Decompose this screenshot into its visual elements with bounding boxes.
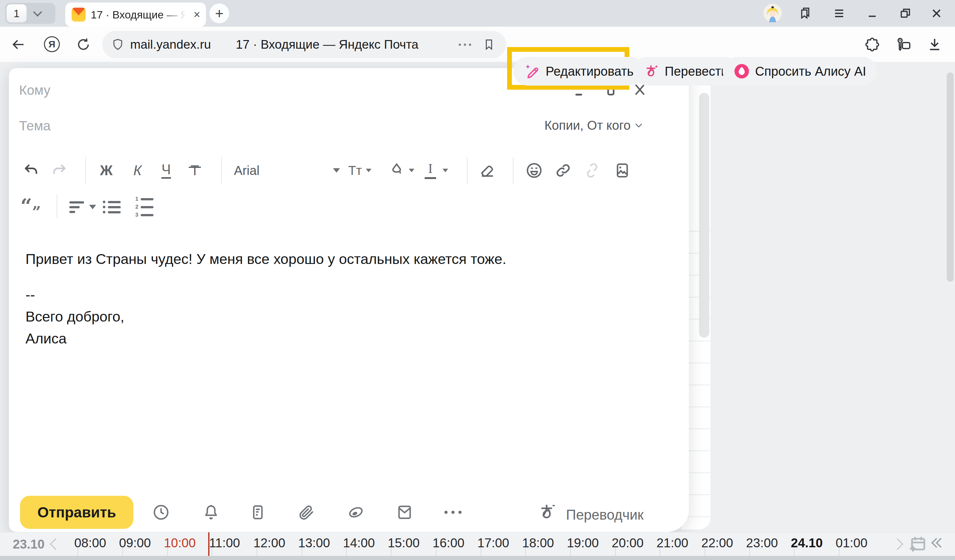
emoji-icon[interactable] <box>525 161 543 180</box>
extensions-puzzle-icon[interactable] <box>864 36 880 53</box>
to-field[interactable]: Кому <box>19 83 50 98</box>
timeline-slot-12:00[interactable]: 12:00 <box>247 532 292 556</box>
translator-icon[interactable] <box>537 502 558 522</box>
envelope-icon[interactable] <box>396 504 413 521</box>
timeline-tick <box>257 548 257 556</box>
timeline-slot-15:00[interactable]: 15:00 <box>381 532 426 556</box>
timeline-slot-01:00[interactable]: 01:00 <box>829 532 874 556</box>
url-text[interactable]: mail.yandex.ru <box>130 37 211 51</box>
timeline-slot-label: 01:00 <box>836 536 867 550</box>
bold-icon[interactable]: Ж <box>97 161 115 180</box>
timeline-slot-24.10[interactable]: 24.10 <box>784 532 829 556</box>
tab-close-icon[interactable]: × <box>194 9 200 20</box>
edit-button[interactable]: Редактировать <box>513 57 644 86</box>
link-icon[interactable] <box>554 161 572 180</box>
timeline-slot-14:00[interactable]: 14:00 <box>337 532 381 556</box>
timeline-slot-18:00[interactable]: 18:00 <box>516 532 560 556</box>
bullet-list-icon[interactable] <box>103 197 121 217</box>
minimize-window-icon[interactable] <box>864 6 880 21</box>
timeline-slot-10:00[interactable]: 10:00 <box>157 532 202 556</box>
font-family-caret-icon[interactable] <box>333 161 340 180</box>
cc-from-label: Копии, От кого <box>544 118 631 133</box>
undo-icon[interactable] <box>22 161 41 180</box>
redo-icon[interactable] <box>50 161 69 180</box>
timeline-slot-22:00[interactable]: 22:00 <box>695 532 740 556</box>
security-shield-icon[interactable] <box>111 38 124 51</box>
bookmarks-icon[interactable] <box>798 6 813 21</box>
timeline-tick <box>391 548 391 556</box>
timeline-slot-label: 22:00 <box>701 536 733 550</box>
yandex-mail-favicon <box>72 8 86 22</box>
timeline-tick <box>212 548 212 556</box>
browser-window: 1 17 · Входящие — Янде × + <box>0 0 955 560</box>
align-icon[interactable] <box>69 197 96 217</box>
timeline-tick <box>615 548 616 556</box>
restore-window-icon[interactable] <box>898 6 913 21</box>
numbered-list-icon[interactable]: 1 2 3 <box>135 197 153 217</box>
mail-scrollbar[interactable] <box>699 93 709 338</box>
email-body[interactable]: Привет из Страны чудес! У меня все хорош… <box>25 248 506 349</box>
timeline-slot-label: 19:00 <box>567 536 599 550</box>
timeline-slot-16:00[interactable]: 16:00 <box>426 532 471 556</box>
timeline-slot-08:00[interactable]: 08:00 <box>68 532 113 556</box>
schedule-clock-icon[interactable] <box>152 504 170 521</box>
edit-button-label: Редактировать <box>546 64 634 78</box>
attach-paperclip-icon[interactable] <box>297 504 315 521</box>
italic-icon[interactable]: К <box>128 161 146 180</box>
timeline-slot-label: 15:00 <box>388 536 420 550</box>
timeline-slot-13:00[interactable]: 13:00 <box>291 532 337 556</box>
tab-group-button[interactable]: 1 <box>5 3 55 24</box>
page-scrollbar[interactable] <box>947 72 954 282</box>
new-tab-button[interactable]: + <box>210 3 229 23</box>
timeline-slot-17:00[interactable]: 17:00 <box>471 532 516 556</box>
notify-bell-icon[interactable] <box>202 504 220 521</box>
tab-active[interactable]: 17 · Входящие — Янде × <box>65 3 206 27</box>
timeline-slot-21:00[interactable]: 21:00 <box>650 532 695 556</box>
timeline-slot-19:00[interactable]: 19:00 <box>560 532 606 556</box>
timeline-slot-label: 17:00 <box>477 536 509 550</box>
timeline-next-icon[interactable] <box>892 538 903 550</box>
subject-field[interactable]: Тема <box>19 118 51 134</box>
yandex-disk-icon[interactable] <box>347 504 365 521</box>
address-bar[interactable]: mail.yandex.ru 17 · Входящие — Яндекс По… <box>102 31 506 58</box>
timeline-slot-20:00[interactable]: 20:00 <box>605 532 650 556</box>
text-color-icon[interactable]: I <box>425 161 449 180</box>
ask-alice-button[interactable]: Спросить Алису AI <box>723 57 877 86</box>
timeline-tick <box>705 548 705 556</box>
font-family-select[interactable]: Arial <box>234 161 260 180</box>
timeline-slot-23:00[interactable]: 23:00 <box>739 532 784 556</box>
strikethrough-icon[interactable]: Т <box>186 161 204 180</box>
avatar[interactable] <box>763 4 782 22</box>
timeline-tick <box>436 548 437 556</box>
send-button[interactable]: Отправить <box>20 496 133 529</box>
calendar-add-icon[interactable] <box>908 534 928 554</box>
timeline-slot-09:00[interactable]: 09:00 <box>113 532 158 556</box>
collapse-double-chevron-icon[interactable] <box>933 539 944 546</box>
more-options-icon[interactable] <box>444 504 462 521</box>
reload-icon[interactable] <box>76 37 91 52</box>
passwords-key-icon[interactable] <box>895 36 912 53</box>
insert-image-icon[interactable] <box>614 161 631 180</box>
timeline-slot-label: 11:00 <box>209 536 240 550</box>
body-line: -- <box>25 284 506 306</box>
address-more-icon[interactable] <box>459 44 471 46</box>
timeline-tick <box>794 548 795 556</box>
translator-label[interactable]: Переводчик <box>566 507 643 523</box>
timeline-prev-icon[interactable] <box>50 538 62 550</box>
quote-icon[interactable]: “” <box>20 194 41 218</box>
menu-icon[interactable] <box>831 6 847 21</box>
cc-from-toggle[interactable]: Копии, От кого <box>544 118 641 133</box>
yandex-logo-icon[interactable]: Я <box>44 36 60 52</box>
clear-format-eraser-icon[interactable] <box>479 161 496 180</box>
font-size-select[interactable]: Тт <box>348 161 372 180</box>
bookmark-flag-icon[interactable] <box>482 38 495 51</box>
survey-form-icon[interactable] <box>249 504 267 521</box>
downloads-icon[interactable] <box>926 36 943 53</box>
history-timeline: 23.10 08:0009:0010:0011:0012:0013:0014:0… <box>0 532 955 556</box>
back-icon[interactable] <box>11 37 26 52</box>
fill-color-icon[interactable] <box>388 161 415 180</box>
underline-icon[interactable]: Ч <box>157 161 175 180</box>
close-window-icon[interactable] <box>929 6 944 21</box>
timeline-tick <box>346 548 347 556</box>
timeline-tick <box>301 548 302 556</box>
